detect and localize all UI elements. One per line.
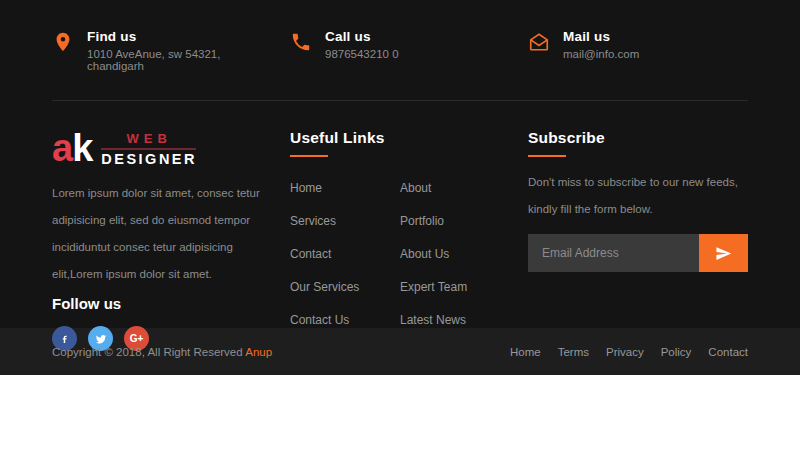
link-contact[interactable]: Contact (290, 247, 331, 261)
email-input[interactable] (528, 234, 699, 272)
useful-links-list-2: About Portfolio About Us Expert Team Lat… (400, 178, 510, 343)
contact-subtitle: 9876543210 0 (325, 48, 399, 60)
bottom-link-terms[interactable]: Terms (558, 346, 589, 358)
contact-subtitle: 1010 AveAnue, sw 54321, chandigarh (87, 48, 272, 72)
map-marker-icon (52, 31, 74, 55)
contact-item-call-us: Call us 9876543210 0 (290, 29, 510, 72)
contact-title: Call us (325, 29, 399, 44)
useful-links-list-1: Home Services Contact Our Services Conta… (290, 178, 400, 343)
contact-title: Find us (87, 29, 272, 44)
link-latest-news[interactable]: Latest News (400, 313, 466, 327)
heading-underline (290, 155, 328, 157)
link-contact-us[interactable]: Contact Us (290, 313, 349, 327)
mail-icon (528, 31, 550, 55)
contact-item-mail-us: Mail us mail@info.com (528, 29, 748, 72)
link-portfolio[interactable]: Portfolio (400, 214, 444, 228)
bottom-link-policy[interactable]: Policy (661, 346, 692, 358)
contact-item-find-us: Find us 1010 AveAnue, sw 54321, chandiga… (52, 29, 272, 72)
facebook-icon (59, 333, 71, 345)
twitter-icon (95, 333, 107, 345)
link-about-us[interactable]: About Us (400, 247, 449, 261)
bottom-link-privacy[interactable]: Privacy (606, 346, 644, 358)
subscribe-column: Subscribe Don't miss to subscribe to our… (528, 129, 748, 351)
about-description: Lorem ipsum dolor sit amet, consec tetur… (52, 180, 272, 288)
useful-links-column: Useful Links Home Services Contact Our S… (290, 129, 510, 351)
footer-main: ak WEB DESIGNER Lorem ipsum dolor sit am… (52, 101, 748, 328)
bottom-link-home[interactable]: Home (510, 346, 541, 358)
subscribe-description: Don't miss to subscribe to our new feeds… (528, 169, 748, 223)
link-our-services[interactable]: Our Services (290, 280, 359, 294)
contact-title: Mail us (563, 29, 639, 44)
logo-mark: ak (52, 130, 92, 166)
about-column: ak WEB DESIGNER Lorem ipsum dolor sit am… (52, 129, 272, 351)
copyright-brand-link[interactable]: Anup (245, 346, 272, 358)
logo-wordmark: WEB DESIGNER (101, 131, 197, 167)
link-services[interactable]: Services (290, 214, 336, 228)
contact-subtitle: mail@info.com (563, 48, 639, 60)
follow-us-heading: Follow us (52, 295, 272, 312)
link-home[interactable]: Home (290, 181, 322, 195)
send-icon (715, 245, 732, 262)
phone-icon (290, 31, 312, 55)
bottom-nav: Home Terms Privacy Policy Contact (510, 346, 748, 358)
link-expert-team[interactable]: Expert Team (400, 280, 467, 294)
logo: ak WEB DESIGNER (52, 129, 272, 167)
site-footer: Find us 1010 AveAnue, sw 54321, chandiga… (0, 0, 800, 375)
bottom-link-contact[interactable]: Contact (708, 346, 748, 358)
google-plus-icon: G+ (130, 333, 144, 344)
logo-divider (101, 148, 196, 150)
subscribe-send-button[interactable] (699, 234, 748, 272)
copyright: Copyright © 2018, All Right Reserved Anu… (52, 346, 272, 358)
contact-bar: Find us 1010 AveAnue, sw 54321, chandiga… (52, 0, 748, 101)
link-about[interactable]: About (400, 181, 431, 195)
subscribe-form (528, 234, 748, 272)
subscribe-heading: Subscribe (528, 129, 748, 147)
useful-links-heading: Useful Links (290, 129, 510, 147)
heading-underline (528, 155, 566, 157)
